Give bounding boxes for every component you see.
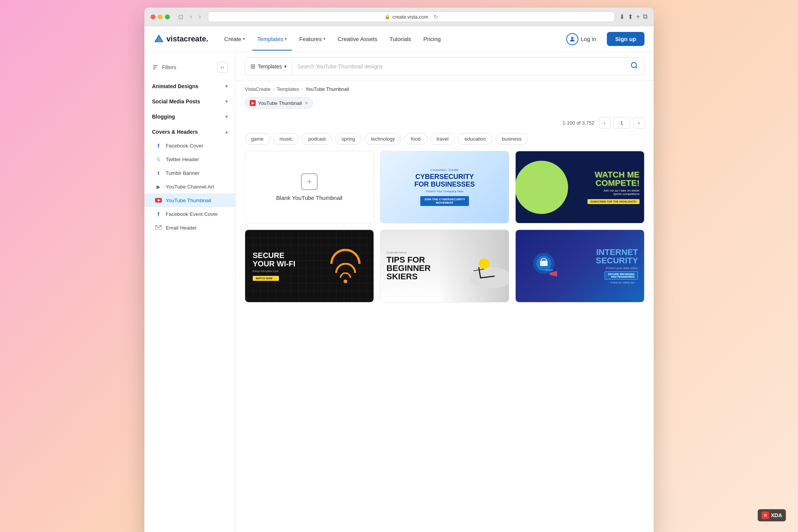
blogging-arrow: ▾ [225,114,228,119]
wifi-arc-md [335,263,356,273]
next-page-button[interactable]: › [633,117,644,128]
cat-business[interactable]: business [496,133,528,145]
nav-creative-assets[interactable]: Creative Assets [332,33,383,45]
search-templates-button[interactable]: ⊞ Templates ▾ [245,59,292,74]
filters-header[interactable]: Filters ‹‹ [144,58,235,76]
sidebar-item-facebook-event[interactable]: f Facebook Event Cover [144,207,235,221]
logo[interactable]: vistacreate. [154,34,208,44]
search-icon [630,62,638,69]
nav-features[interactable]: Features ▾ [294,33,331,45]
compete-subtitle: Join me as I take on wintersports compet… [587,189,640,196]
add-blank-icon: + [301,173,318,190]
cat-travel[interactable]: travel [430,133,455,145]
search-input[interactable] [292,60,624,73]
breadcrumb: VistaCreate › Templates › YouTube Thumbn… [245,86,644,92]
sidebar-section-social-header[interactable]: Social Media Posts ▾ [144,95,235,108]
security-illustration: www [529,250,563,282]
share-icon[interactable]: ⬆ [628,13,633,21]
cyber-subtitle: Protect Your Company Now [385,190,504,193]
wifi-arc-sm [340,272,351,278]
login-button[interactable]: Log in [560,30,602,48]
xda-logo: ⊡ [762,511,769,519]
search-button[interactable] [624,58,644,75]
main-layout: Filters ‹‹ Animated Designs ▾ Social Med… [144,52,654,532]
cat-spring[interactable]: spring [335,133,361,145]
minimize-button[interactable] [158,14,163,19]
add-tab-icon[interactable]: + [636,13,640,21]
page-input[interactable] [613,117,630,128]
sidebar-section-blogging-header[interactable]: Blogging ▾ [144,110,235,124]
security-title: INTERNETSECURITY [596,248,638,265]
svg-marker-19 [549,271,557,277]
tab-manager-button[interactable]: ⊡ [176,13,185,21]
youtube-gray-icon: ▶ [155,183,162,190]
template-card-blank[interactable]: + Blank YouTube Thumbnail [245,151,374,223]
breadcrumb-sep-1: › [273,86,274,92]
category-tags: game music podcast spring technology foo… [236,133,654,151]
close-button[interactable] [150,14,155,19]
breadcrumb-vistacreate[interactable]: VistaCreate [245,86,271,92]
active-filter-chip[interactable]: ▶ YouTube Thumbnail × [245,97,313,109]
sidebar-section-animated-header[interactable]: Animated Designs ▾ [144,79,235,93]
browser-window: ⊡ ‹ › 🔒 create.vista.com ↻ ⬇ ⬆ + ⧉ vista… [144,8,654,532]
skier-text: Channel Name TIPS FORBEGINNERSKIERS [386,251,431,281]
skier-channel: Channel Name [386,251,431,254]
xda-label: XDA [771,512,782,518]
sidebar-item-youtube-thumbnail[interactable]: YouTube Thumbnail [144,193,235,207]
browser-titlebar: ⊡ ‹ › 🔒 create.vista.com ↻ ⬇ ⬆ + ⧉ [144,8,654,26]
animated-arrow: ▾ [225,84,228,89]
twitter-icon: 𝕏 [155,156,162,163]
cat-podcast[interactable]: podcast [302,133,332,145]
maximize-button[interactable] [165,14,170,19]
nav-pricing[interactable]: Pricing [418,33,446,45]
skier-illustration [438,230,509,302]
collapse-sidebar-button[interactable]: ‹‹ [217,62,228,73]
address-bar[interactable]: 🔒 create.vista.com ↻ [208,11,615,22]
nav-create[interactable]: Create ▾ [219,33,250,45]
sidebar-section-covers-header[interactable]: Covers & Headers ▴ [144,125,235,139]
sidebar-item-email-header[interactable]: Email Header [144,221,235,234]
avatar-icon [566,33,578,45]
logo-icon [154,34,164,44]
tabs-icon[interactable]: ⧉ [643,13,648,21]
template-card-security[interactable]: www INTERNETSECURITY Protect your data o… [515,230,644,302]
download-icon[interactable]: ⬇ [619,13,625,21]
grid-icon: ⊞ [250,63,255,70]
svg-point-2 [571,37,573,39]
covers-arrow: ▴ [225,129,228,135]
pagination-row: 1-100 of 3,752 ‹ › [236,117,654,133]
wifi-symbol [330,249,361,283]
sidebar-item-twitter-header[interactable]: 𝕏 Twitter Header [144,152,235,166]
nav-templates[interactable]: Templates ▾ [252,33,292,45]
cat-technology[interactable]: technology [364,133,401,145]
template-card-skier[interactable]: Channel Name TIPS FORBEGINNERSKIERS [380,230,509,302]
template-card-wifi[interactable]: SECUREYOUR WI-FI Keep Intruders Out WATC… [245,230,374,302]
signup-button[interactable]: Sign up [607,32,644,46]
cat-education[interactable]: education [458,133,492,145]
cat-game[interactable]: game [245,133,270,145]
nav-tutorials[interactable]: Tutorials [384,33,416,45]
template-card-cybersecurity[interactable]: CHANNEL NAME CYBERSECURITYFOR BUSINESSES… [380,151,509,223]
prev-page-button[interactable]: ‹ [599,117,610,128]
svg-rect-16 [540,261,548,266]
remove-filter-button[interactable]: × [305,100,308,106]
cat-food[interactable]: food [404,133,427,145]
facebook2-icon: f [155,211,162,217]
cat-music[interactable]: music [273,133,299,145]
wifi-cta: WATCH NOW → [253,276,279,281]
sidebar-item-tumblr-banner[interactable]: t Tumblr Banner [144,166,235,180]
template-card-compete[interactable]: WATCH MECOMPETE! Join me as I take on wi… [515,151,644,223]
compete-text: WATCH MECOMPETE! Join me as I take on wi… [587,171,640,204]
top-nav: vistacreate. Create ▾ Templates ▾ Featur… [144,26,654,52]
sidebar-item-youtube-channel-art[interactable]: ▶ YouTube Channel Art [144,180,235,193]
url-text: create.vista.com [393,14,429,20]
forward-button[interactable]: › [196,13,203,21]
create-chevron: ▾ [243,36,245,41]
svg-point-9 [632,63,636,68]
sidebar-section-animated: Animated Designs ▾ [144,79,235,95]
sidebar-item-facebook-cover[interactable]: f Facebook Cover [144,139,235,152]
breadcrumb-templates[interactable]: Templates [277,86,299,92]
template-grid: + Blank YouTube Thumbnail CHANNEL NAME C… [236,151,654,312]
back-button[interactable]: ‹ [188,13,194,21]
reload-icon[interactable]: ↻ [434,14,438,20]
